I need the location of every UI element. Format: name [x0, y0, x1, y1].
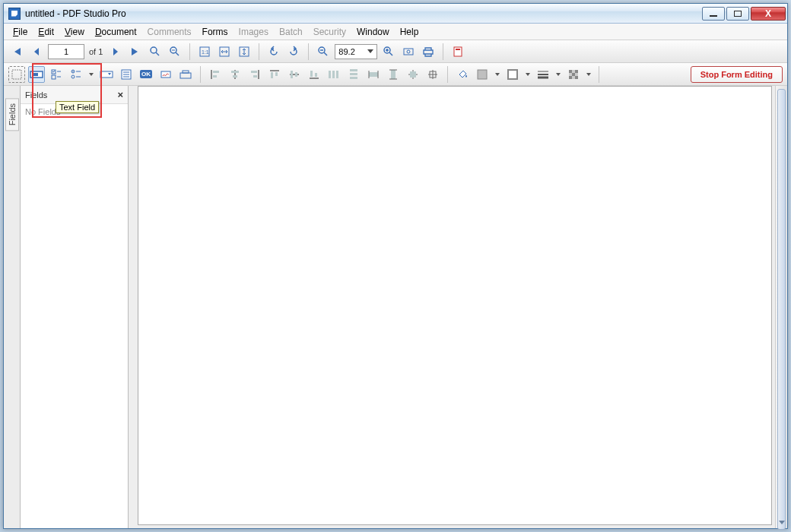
menu-images[interactable]: Images: [234, 25, 273, 39]
menu-file[interactable]: File: [8, 25, 32, 39]
svg-rect-24: [183, 71, 189, 73]
fit-width-button[interactable]: [216, 43, 233, 60]
zoom-combo[interactable]: 89.2: [335, 44, 377, 59]
svg-rect-38: [332, 71, 335, 78]
svg-rect-33: [291, 71, 293, 78]
page-number-input[interactable]: 1: [48, 44, 84, 59]
loupe-button[interactable]: [167, 43, 183, 60]
separator: [308, 43, 309, 60]
fields-panel-title: Fields: [25, 90, 47, 100]
list-field-tool[interactable]: [118, 66, 135, 83]
scroll-down-button[interactable]: [776, 516, 787, 528]
svg-rect-34: [295, 72, 297, 77]
menu-batch[interactable]: Batch: [275, 25, 307, 39]
svg-rect-51: [575, 70, 578, 73]
svg-rect-8: [404, 49, 413, 55]
last-page-button[interactable]: [127, 43, 144, 60]
fields-panel-close[interactable]: ×: [117, 89, 123, 100]
align-center-v-button[interactable]: [286, 66, 303, 83]
fill-color-button[interactable]: [454, 66, 471, 83]
svg-rect-39: [336, 71, 338, 78]
button-field-tool[interactable]: OK: [138, 66, 154, 83]
menu-window[interactable]: Window: [352, 25, 394, 39]
typewriter-button[interactable]: [177, 66, 194, 83]
rotate-ccw-button[interactable]: [265, 43, 282, 60]
menu-view[interactable]: View: [60, 25, 89, 39]
page-canvas[interactable]: [138, 86, 772, 525]
svg-rect-14: [32, 73, 38, 76]
transparency-dropdown[interactable]: [585, 73, 592, 76]
svg-rect-10: [454, 47, 462, 56]
combo-field-tool[interactable]: [98, 66, 115, 83]
svg-rect-44: [391, 70, 396, 79]
stop-form-editing-button[interactable]: Stop Form Editing: [691, 66, 783, 83]
fit-page-button[interactable]: [236, 43, 253, 60]
menu-comments[interactable]: Comments: [143, 25, 196, 39]
svg-rect-35: [310, 71, 313, 77]
field-dropdown[interactable]: [87, 73, 95, 76]
line-color-dropdown[interactable]: [524, 73, 532, 76]
chevron-down-icon: [367, 49, 373, 53]
svg-rect-42: [350, 77, 357, 79]
svg-rect-37: [329, 71, 331, 78]
prev-page-button[interactable]: [28, 43, 45, 60]
close-button[interactable]: X: [751, 7, 786, 21]
next-page-button[interactable]: [107, 43, 124, 60]
snapshot-button[interactable]: [400, 43, 417, 60]
maximize-button[interactable]: [726, 7, 749, 21]
svg-rect-26: [213, 75, 217, 78]
menu-help[interactable]: Help: [396, 25, 424, 39]
rotate-cw-button[interactable]: [285, 43, 302, 60]
menu-security[interactable]: Security: [309, 25, 351, 39]
svg-rect-11: [456, 49, 460, 50]
actual-size-button[interactable]: 1:1: [196, 43, 213, 60]
toolbar-forms: OK Stop Form Editing: [4, 63, 787, 86]
distribute-horiz-button[interactable]: [326, 66, 342, 83]
separator: [599, 66, 599, 83]
svg-rect-30: [253, 75, 257, 78]
checkbox-field-tool[interactable]: [48, 66, 65, 83]
align-left-button[interactable]: [207, 66, 224, 83]
zoom-tool-button[interactable]: [147, 43, 164, 60]
fill-color-dropdown[interactable]: [494, 73, 501, 76]
zoom-out-button[interactable]: [315, 43, 332, 60]
center-page-button[interactable]: [424, 66, 441, 83]
separator: [189, 43, 190, 60]
scroll-thumb[interactable]: [777, 89, 786, 530]
print-button[interactable]: [420, 43, 437, 60]
fill-color-swatch[interactable]: [474, 66, 491, 83]
document-area[interactable]: [129, 86, 787, 528]
radio-field-tool[interactable]: [68, 66, 84, 83]
same-width-button[interactable]: [365, 66, 382, 83]
align-top-button[interactable]: [266, 66, 283, 83]
separator: [443, 43, 443, 60]
zoom-value: 89.2: [338, 47, 354, 56]
transparency-button[interactable]: [565, 66, 582, 83]
menu-edit[interactable]: Edit: [33, 25, 59, 39]
svg-point-9: [407, 50, 410, 53]
svg-rect-36: [315, 73, 317, 77]
line-weight-dropdown[interactable]: [554, 73, 562, 76]
svg-rect-53: [569, 76, 572, 79]
align-right-button[interactable]: [246, 66, 263, 83]
distribute-vert-button[interactable]: [345, 66, 362, 83]
svg-rect-20: [100, 71, 113, 78]
page-layout-button[interactable]: [450, 43, 466, 60]
side-tab-fields[interactable]: Fields: [5, 98, 19, 131]
vertical-scrollbar[interactable]: [775, 86, 787, 528]
signature-field-tool[interactable]: [157, 66, 174, 83]
line-weight-button[interactable]: [535, 66, 551, 83]
zoom-in-button[interactable]: [380, 43, 397, 60]
same-height-button[interactable]: [385, 66, 402, 83]
text-field-tool[interactable]: [28, 66, 45, 83]
svg-rect-52: [572, 73, 575, 76]
same-both-button[interactable]: [405, 66, 421, 83]
menu-forms[interactable]: Forms: [198, 25, 233, 39]
first-page-button[interactable]: [8, 43, 25, 60]
select-fields-button[interactable]: [8, 66, 25, 83]
align-center-h-button[interactable]: [227, 66, 243, 83]
minimize-button[interactable]: [702, 7, 725, 21]
menu-document[interactable]: Document: [91, 25, 141, 39]
line-color-button[interactable]: [504, 66, 521, 83]
align-bottom-button[interactable]: [306, 66, 322, 83]
